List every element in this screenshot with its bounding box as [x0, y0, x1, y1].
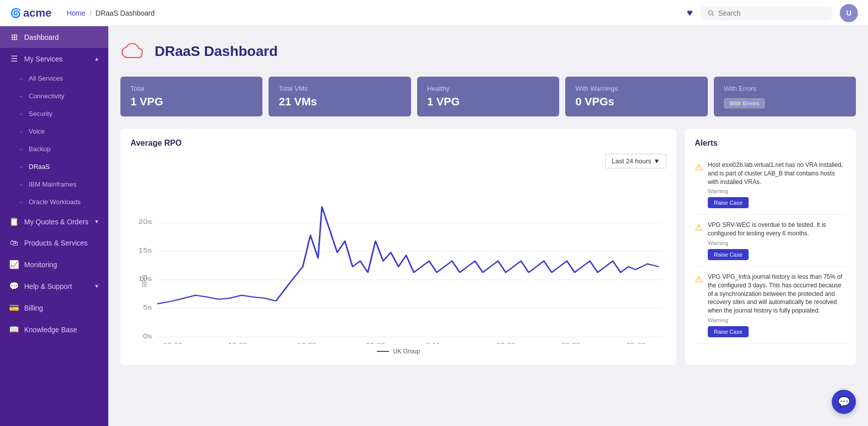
cloud-icon	[120, 41, 147, 62]
svg-text:18:00: 18:00	[297, 342, 316, 344]
alert-item-3: ⚠ VPG VPG_Infra journal history is less …	[695, 267, 846, 344]
alert-text-3: VPG VPG_Infra journal history is less th…	[708, 273, 846, 315]
stat-value-with-errors: With Errors	[724, 95, 846, 108]
svg-text:09:00: 09:00	[626, 342, 645, 344]
top-nav-right: ♥ U	[687, 4, 858, 22]
chart-legend: UK Group	[130, 348, 666, 355]
svg-text:12:00: 12:00	[163, 342, 182, 344]
sidebar-item-ibm-mainframes[interactable]: → IBM Mainframes	[0, 175, 108, 193]
svg-text:21:00: 21:00	[366, 342, 385, 344]
chart-controls: Last 24 hours ▼	[130, 154, 666, 168]
alert-body-2: VPG SRV-WEC is overdue to be tested. It …	[708, 221, 846, 260]
alert-text-2: VPG SRV-WEC is overdue to be tested. It …	[708, 221, 846, 238]
breadcrumb: Home / DRaaS Dashboard	[66, 9, 687, 17]
stat-value-with-warnings: 0 VPGs	[575, 95, 697, 108]
alert-item-2: ⚠ VPG SRV-WEC is overdue to be tested. I…	[695, 215, 846, 267]
knowledge-base-icon: 📖	[9, 325, 19, 334]
alert-body-1: Host esxi02b.lab.virtual1.net has no VRA…	[708, 161, 846, 208]
sidebar-item-billing[interactable]: 💳 Billing	[0, 297, 108, 319]
svg-text:03:00: 03:00	[496, 342, 515, 344]
stat-label-with-errors: With Errors	[724, 85, 846, 92]
stat-card-with-warnings: With Warnings 0 VPGs	[565, 77, 707, 116]
stat-value-healthy: 1 VPG	[427, 95, 549, 108]
search-input[interactable]	[718, 9, 825, 17]
sidebar-item-my-quotes[interactable]: 📋 My Quotes & Orders ▼	[0, 211, 108, 232]
main-content: DRaaS Dashboard Total 1 VPG Total VMs 21…	[108, 26, 868, 426]
chat-button[interactable]: 💬	[832, 390, 856, 414]
svg-text:5s: 5s	[143, 304, 152, 311]
chart-area: 0s 5s 10s 15s 20s RPO 12	[130, 172, 666, 344]
chat-icon: 💬	[838, 396, 850, 408]
alert-level-1: Warning	[708, 188, 846, 194]
favorites-icon[interactable]: ♥	[687, 7, 693, 19]
stat-label-with-warnings: With Warnings	[575, 85, 697, 92]
dashboard-icon: ⊞	[9, 32, 19, 42]
search-bar[interactable]	[701, 6, 832, 20]
stat-value-total: 1 VPG	[130, 95, 252, 108]
app-body: ⊞ Dashboard ☰ My Services ▲ → All Servic…	[0, 26, 868, 426]
alerts-title: Alerts	[695, 139, 846, 148]
stats-row: Total 1 VPG Total VMs 21 VMs Healthy 1 V…	[120, 77, 856, 116]
sidebar-item-help-support[interactable]: 💬 Help & Support ▼	[0, 275, 108, 297]
stat-label-healthy: Healthy	[427, 85, 549, 92]
svg-text:0s: 0s	[143, 333, 152, 340]
raise-case-button-3[interactable]: Raise Case	[708, 326, 749, 337]
sidebar-item-draas[interactable]: → DRaaS	[0, 158, 108, 175]
alert-level-3: Warning	[708, 317, 846, 323]
sidebar-item-knowledge-base[interactable]: 📖 Knowledge Base	[0, 319, 108, 340]
chart-card: Average RPO Last 24 hours ▼ 0s 5s 10s 15…	[120, 129, 677, 365]
stat-card-healthy: Healthy 1 VPG	[417, 77, 559, 116]
breadcrumb-home[interactable]: Home	[66, 9, 85, 17]
logo-icon: 🌀	[10, 8, 21, 19]
monitoring-icon: 📈	[9, 260, 19, 269]
sidebar-item-oracle-workloads[interactable]: → Oracle Workloads	[0, 193, 108, 211]
breadcrumb-current: DRaaS Dashboard	[96, 9, 155, 17]
sidebar-item-products-services[interactable]: 🛍 Products & Services	[0, 232, 108, 254]
logo[interactable]: 🌀 acme	[10, 7, 51, 20]
search-icon	[708, 10, 714, 17]
svg-text:20s: 20s	[139, 218, 152, 225]
page-header: DRaaS Dashboard	[120, 38, 856, 65]
stat-label-total: Total	[130, 85, 252, 92]
sidebar-item-connectivity[interactable]: → Connectivity	[0, 87, 108, 105]
sidebar-item-dashboard[interactable]: ⊞ Dashboard	[0, 26, 108, 48]
alerts-card: Alerts ⚠ Host esxi02b.lab.virtual1.net h…	[685, 129, 856, 365]
my-quotes-arrow: ▼	[94, 219, 99, 224]
breadcrumb-separator: /	[90, 9, 92, 17]
rpo-chart: 0s 5s 10s 15s 20s RPO 12	[130, 172, 666, 344]
alert-item: ⚠ Host esxi02b.lab.virtual1.net has no V…	[695, 155, 846, 215]
alert-text-1: Host esxi02b.lab.virtual1.net has no VRA…	[708, 161, 846, 186]
avatar[interactable]: U	[840, 4, 858, 22]
stat-card-total-vms: Total VMs 21 VMs	[269, 77, 411, 116]
svg-text:5 May: 5 May	[426, 342, 447, 344]
page-title: DRaaS Dashboard	[155, 43, 278, 59]
raise-case-button-2[interactable]: Raise Case	[708, 249, 749, 260]
sidebar-item-monitoring[interactable]: 📈 Monitoring	[0, 254, 108, 275]
legend-label: UK Group	[393, 348, 420, 355]
sidebar-item-voice[interactable]: → Voice	[0, 123, 108, 140]
help-support-arrow: ▼	[94, 283, 99, 289]
svg-text:15:00: 15:00	[228, 342, 247, 344]
stat-card-with-errors: With Errors With Errors	[714, 77, 856, 116]
top-navigation: 🌀 acme Home / DRaaS Dashboard ♥ U	[0, 0, 868, 26]
my-services-icon: ☰	[9, 54, 19, 64]
sidebar-item-security[interactable]: → Security	[0, 105, 108, 123]
time-filter-button[interactable]: Last 24 hours ▼	[605, 154, 666, 168]
products-services-icon: 🛍	[9, 238, 19, 248]
stat-label-total-vms: Total VMs	[279, 85, 400, 92]
sidebar-item-all-services[interactable]: → All Services	[0, 70, 108, 87]
raise-case-button-1[interactable]: Raise Case	[708, 197, 749, 208]
help-support-icon: 💬	[9, 281, 19, 291]
sidebar-item-backup[interactable]: → Backup	[0, 140, 108, 158]
svg-text:15s: 15s	[139, 247, 152, 254]
my-quotes-icon: 📋	[9, 217, 19, 226]
logo-text: acme	[23, 7, 51, 20]
svg-line-1	[712, 14, 714, 16]
errors-badge: With Errors	[724, 98, 765, 108]
warning-icon-3: ⚠	[695, 274, 703, 337]
my-services-arrow: ▲	[94, 56, 99, 62]
warning-icon-2: ⚠	[695, 222, 703, 260]
stat-card-total: Total 1 VPG	[120, 77, 262, 116]
sidebar-item-my-services[interactable]: ☰ My Services ▲	[0, 48, 108, 70]
svg-text:RPO: RPO	[141, 275, 149, 287]
